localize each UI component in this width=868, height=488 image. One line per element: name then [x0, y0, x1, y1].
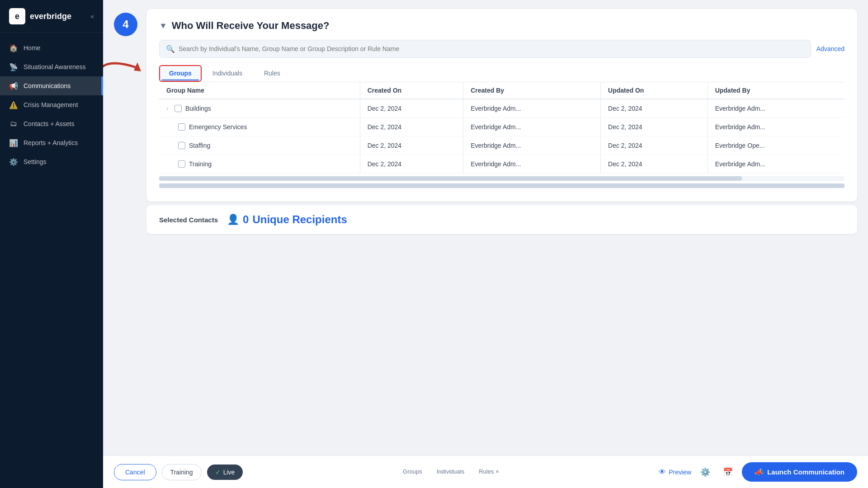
live-button[interactable]: ✓ Live: [207, 465, 243, 480]
arrow-annotation: [103, 50, 151, 86]
preview-eye-icon: 👁: [659, 468, 666, 476]
expand-icon[interactable]: ›: [166, 105, 168, 112]
reports-analytics-icon: 📊: [9, 138, 18, 147]
cell-created-by-1: Everbridge Adm...: [463, 118, 601, 136]
sidebar-label-situational-awareness: Situational Awareness: [24, 63, 86, 70]
tab-individuals[interactable]: Individuals: [202, 65, 253, 82]
bottom-tab-rules[interactable]: Rules ×: [472, 465, 506, 479]
selected-contacts-bar: Selected Contacts 👤 0 Unique Recipients: [146, 205, 857, 234]
table-row: Emergency Services Dec 2, 2024 Everbridg…: [159, 118, 844, 136]
table-row: Training Dec 2, 2024 Everbridge Adm... D…: [159, 155, 844, 174]
live-check-icon: ✓: [215, 469, 221, 476]
settings-icon-button[interactable]: ⚙️: [697, 465, 714, 479]
col-header-updated-by: Updated By: [708, 82, 844, 99]
cell-created-by-3: Everbridge Adm...: [463, 155, 601, 174]
col-header-group-name: Group Name: [159, 82, 360, 99]
cell-created-on-0: Dec 2, 2024: [360, 99, 463, 118]
sidebar-collapse-button[interactable]: «: [90, 13, 94, 20]
group-name-0: Buildings: [185, 105, 211, 112]
bottom-tab-individuals[interactable]: Individuals: [429, 465, 472, 479]
sidebar-item-contacts-assets[interactable]: 🗂 Contacts + Assets: [0, 114, 103, 133]
cell-name-2: Staffing: [159, 136, 360, 155]
recipients-count: 👤 0 Unique Recipients: [227, 213, 347, 226]
row-checkbox-1[interactable]: [178, 123, 185, 131]
settings-icon: ⚙️: [9, 157, 18, 166]
launch-label: Launch Communication: [767, 468, 844, 476]
sidebar-item-situational-awareness[interactable]: 📡 Situational Awareness: [0, 57, 103, 76]
bottom-bar: Cancel Training ✓ Live Groups Individual…: [103, 455, 868, 488]
sidebar-logo: e everbridge «: [0, 0, 103, 33]
situational-awareness-icon: 📡: [9, 62, 18, 71]
scrollbar-thumb-2: [159, 183, 844, 188]
chevron-icon[interactable]: ▼: [159, 21, 167, 31]
svg-marker-0: [134, 62, 141, 71]
sidebar: e everbridge « 🏠 Home 📡 Situational Awar…: [0, 0, 103, 488]
cell-updated-on-0: Dec 2, 2024: [601, 99, 708, 118]
sidebar-label-reports-analytics: Reports + Analytics: [24, 139, 78, 146]
cell-updated-by-3: Everbridge Adm...: [708, 155, 844, 174]
table-row: › Buildings Dec 2, 2024 Everbridge Adm..…: [159, 99, 844, 118]
step-content: ▼ Who Will Receive Your Message? 🔍 Advan…: [146, 9, 857, 234]
main-content: 4 ▼ Who Will Receive Your Message?: [103, 0, 868, 488]
training-button[interactable]: Training: [162, 464, 202, 480]
logo-text: everbridge: [30, 12, 71, 21]
launch-communication-button[interactable]: 📣 Launch Communication: [742, 462, 857, 482]
calendar-icon-button[interactable]: 📅: [719, 465, 736, 479]
sidebar-label-home: Home: [24, 44, 40, 52]
recipients-label: Unique Recipients: [252, 213, 347, 226]
content-area: 4 ▼ Who Will Receive Your Message?: [103, 0, 868, 455]
logo-icon: e: [9, 8, 25, 24]
preview-button[interactable]: 👁 Preview: [659, 468, 691, 476]
contacts-assets-icon: 🗂: [9, 119, 18, 128]
tabs-row: Groups Individuals Rules: [159, 65, 844, 82]
sidebar-item-settings[interactable]: ⚙️ Settings: [0, 152, 103, 171]
cell-created-on-2: Dec 2, 2024: [360, 136, 463, 155]
cell-updated-by-0: Everbridge Adm...: [708, 99, 844, 118]
row-checkbox-0[interactable]: [175, 105, 182, 112]
cell-created-on-1: Dec 2, 2024: [360, 118, 463, 136]
sidebar-label-communications: Communications: [24, 82, 71, 89]
home-icon: 🏠: [9, 43, 18, 52]
cancel-button[interactable]: Cancel: [114, 464, 156, 480]
cell-updated-by-2: Everbridge Ope...: [708, 136, 844, 155]
tab-rules[interactable]: Rules: [253, 65, 291, 82]
tab-groups[interactable]: Groups: [162, 67, 199, 80]
cell-created-by-2: Everbridge Adm...: [463, 136, 601, 155]
sidebar-nav: 🏠 Home 📡 Situational Awareness 📢 Communi…: [0, 33, 103, 488]
horizontal-scrollbar[interactable]: [159, 176, 844, 181]
groups-table: Group Name Created On Created By Updated…: [159, 82, 844, 174]
communications-icon: 📢: [9, 81, 18, 90]
message-recipients-card: ▼ Who Will Receive Your Message? 🔍 Advan…: [146, 9, 857, 202]
search-icon: 🔍: [166, 45, 175, 53]
search-row: 🔍 Advanced: [159, 40, 844, 58]
launch-icon: 📣: [755, 468, 764, 476]
table-row: Staffing Dec 2, 2024 Everbridge Adm... D…: [159, 136, 844, 155]
sidebar-item-crisis-management[interactable]: ⚠️ Crisis Management: [0, 95, 103, 114]
live-label: Live: [223, 469, 235, 476]
horizontal-scrollbar-2[interactable]: [159, 183, 844, 188]
cell-name-0: › Buildings: [159, 99, 360, 118]
sidebar-item-home[interactable]: 🏠 Home: [0, 38, 103, 57]
recipients-icon: 👤: [227, 214, 239, 225]
row-checkbox-3[interactable]: [178, 160, 185, 168]
sidebar-item-reports-analytics[interactable]: 📊 Reports + Analytics: [0, 133, 103, 152]
cell-updated-on-3: Dec 2, 2024: [601, 155, 708, 174]
bottom-tab-groups[interactable]: Groups: [396, 465, 429, 479]
search-input-wrap: 🔍: [159, 40, 811, 58]
recipients-number: 0: [243, 213, 249, 226]
col-header-created-by: Created By: [463, 82, 601, 99]
tab-groups-highlight: Groups: [159, 65, 202, 82]
search-input[interactable]: [179, 45, 804, 52]
preview-label: Preview: [669, 469, 691, 476]
sidebar-label-contacts-assets: Contacts + Assets: [24, 120, 74, 127]
group-name-3: Training: [189, 160, 212, 168]
sidebar-item-communications[interactable]: 📢 Communications: [0, 76, 103, 95]
selected-contacts-label: Selected Contacts: [159, 216, 218, 224]
group-name-1: Emergency Services: [189, 123, 247, 131]
advanced-link[interactable]: Advanced: [816, 45, 844, 52]
cell-updated-by-1: Everbridge Adm...: [708, 118, 844, 136]
cell-created-on-3: Dec 2, 2024: [360, 155, 463, 174]
step-badge: 4: [114, 13, 137, 36]
row-checkbox-2[interactable]: [178, 142, 185, 149]
group-name-2: Staffing: [189, 142, 210, 149]
